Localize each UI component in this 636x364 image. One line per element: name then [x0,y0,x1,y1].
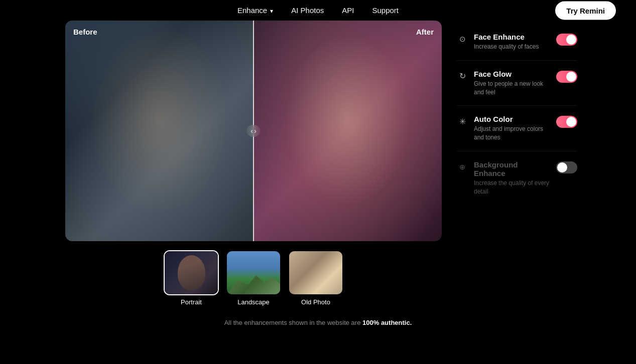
control-background-enhance: ⊕ Background Enhance Increase the qualit… [457,151,577,205]
footer-text-bold: 100% authentic. [362,319,412,326]
background-enhance-toggle-knob [557,162,567,172]
enhance-chevron-icon [269,6,273,15]
thumb-oldphoto-item[interactable]: Old Photo [288,250,343,306]
right-arrow-icon: › [254,127,257,135]
auto-color-toggle[interactable] [556,116,577,128]
after-image [253,21,442,241]
control-face-glow: ↻ Face Glow Give to people a new look an… [457,61,577,106]
thumb-portrait-item[interactable]: Portrait [164,250,219,306]
background-enhance-text: Background Enhance Increase the quality … [474,160,550,196]
comparison-wrapper: Before After ‹ › Portrait [65,21,442,306]
control-face-enhance: ⊙ Face Enhance Increase quality of faces [457,24,577,61]
nav-enhance-label: Enhance [237,6,267,15]
thumbnails-row: Portrait Landscape Old Photo [164,250,343,306]
footer-note: All the enhancements shown in the websit… [0,311,636,334]
thumb-portrait-label: Portrait [181,298,202,306]
face-glow-toggle-knob [566,72,576,82]
thumb-landscape-item[interactable]: Landscape [226,250,281,306]
before-face-overlay [65,21,253,241]
control-auto-color: ✳ Auto Color Adjust and improve colors a… [457,106,577,151]
thumb-portrait-bg [165,251,218,294]
face-glow-toggle[interactable] [556,71,577,83]
nav-ai-photos[interactable]: AI Photos [291,6,324,15]
thumb-portrait-face [178,255,205,290]
try-remini-button[interactable]: Try Remini [555,1,616,20]
after-face-overlay [253,21,442,241]
background-enhance-toggle[interactable] [556,161,577,173]
thumb-landscape-bg [227,251,280,294]
navbar: Enhance AI Photos API Support Try Remini [0,0,636,21]
face-enhance-text: Face Enhance Increase quality of faces [474,33,550,51]
nav-support-label: Support [372,6,399,15]
thumb-oldphoto-img[interactable] [288,250,343,295]
main-content: Before After ‹ › Portrait [0,21,636,306]
face-enhance-icon: ⊙ [457,34,468,45]
auto-color-icon: ✳ [457,116,468,127]
auto-color-name: Auto Color [474,115,550,123]
face-glow-icon: ↻ [457,71,468,82]
auto-color-text: Auto Color Adjust and improve colors and… [474,115,550,142]
face-glow-text: Face Glow Give to people a new look and … [474,70,550,97]
background-enhance-desc: Increase the quality of every detail [474,179,550,196]
before-label: Before [73,28,97,36]
thumb-oldphoto-bg [289,251,342,294]
auto-color-desc: Adjust and improve colors and tones [474,125,550,142]
before-image [65,21,253,241]
face-enhance-name: Face Enhance [474,33,550,41]
background-enhance-icon: ⊕ [457,161,468,172]
face-enhance-toggle[interactable] [556,34,577,46]
sidebar-controls: ⊙ Face Enhance Increase quality of faces… [457,21,577,205]
after-label: After [416,28,434,36]
divider-handle[interactable]: ‹ › [246,125,260,137]
thumb-oldphoto-label: Old Photo [301,298,330,306]
face-glow-desc: Give to people a new look and feel [474,80,550,97]
nav-api-label: API [342,6,354,15]
nav-ai-photos-label: AI Photos [291,6,324,15]
comparison-container[interactable]: Before After ‹ › [65,21,442,241]
nav-links: Enhance AI Photos API Support [237,6,399,15]
nav-enhance[interactable]: Enhance [237,6,273,15]
left-arrow-icon: ‹ [250,127,253,135]
face-enhance-desc: Increase quality of faces [474,43,550,51]
nav-support[interactable]: Support [372,6,399,15]
face-enhance-toggle-knob [566,35,576,45]
thumb-landscape-img[interactable] [226,250,281,295]
face-glow-name: Face Glow [474,70,550,78]
nav-api[interactable]: API [342,6,354,15]
background-enhance-name: Background Enhance [474,160,550,177]
footer-text: All the enhancements shown in the websit… [224,319,362,326]
auto-color-toggle-knob [566,117,576,127]
thumb-portrait-img[interactable] [164,250,219,295]
thumb-landscape-mountain [227,271,280,294]
thumb-landscape-label: Landscape [237,298,270,306]
